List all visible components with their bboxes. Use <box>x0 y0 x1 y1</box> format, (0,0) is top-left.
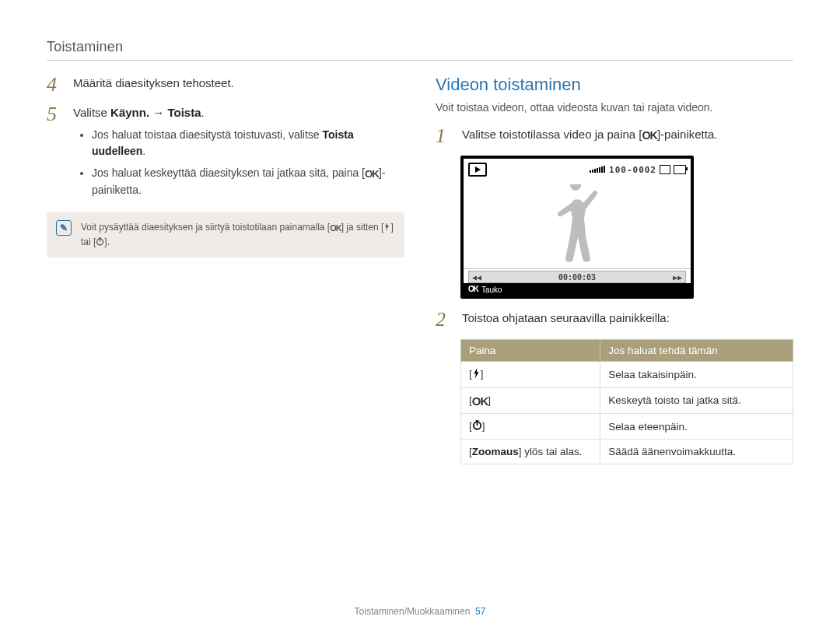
text: Valitse toistotilassa video ja paina [ <box>462 128 642 141</box>
ok-icon: OK <box>642 130 657 141</box>
ok-icon: OK <box>330 224 341 233</box>
preview-top-bar: 100-0002 <box>464 159 691 177</box>
page-footer: Toistaminen/Muokkaaminen 57 <box>0 606 840 617</box>
video-preview: 100-0002 ◀◀ 00:00:03 ▶▶ O <box>460 156 694 299</box>
step-number: 2 <box>436 310 453 330</box>
bold-text: Zoomaus <box>472 446 519 457</box>
cell-button: [OK] <box>461 388 600 414</box>
column-header: Jos haluat tehdä tämän <box>600 340 793 362</box>
preview-bottom-bar: OK Tauko <box>464 283 691 296</box>
cell-button: [] <box>461 362 600 388</box>
battery-icon <box>674 165 686 174</box>
page-number: 57 <box>475 606 485 617</box>
page-header: Toistaminen <box>47 39 793 61</box>
step-number: 4 <box>47 75 64 95</box>
text: . <box>201 106 205 119</box>
preview-status: 100-0002 <box>590 165 686 175</box>
section-title: Videon toistaminen <box>436 75 793 95</box>
step-4: 4 Määritä diaesityksen tehosteet. <box>47 75 404 95</box>
list-item: Jos haluat keskeyttää diaesityksen tai j… <box>92 165 404 198</box>
step-2: 2 Toistoa ohjataan seuraavilla painikkei… <box>436 310 793 330</box>
bold-text: Käynn. <box>110 106 149 119</box>
section-intro: Voit toistaa videon, ottaa videosta kuva… <box>436 101 793 114</box>
text: Jos haluat toistaa diaesitystä toistuvas… <box>92 128 322 141</box>
note-text: Voit pysäyttää diaesityksen ja siirtyä t… <box>81 220 395 250</box>
right-column: Videon toistaminen Voit toistaa videon, … <box>436 75 793 464</box>
cell-button: [Zoomaus] ylös tai alas. <box>461 440 600 464</box>
note-box: ✎ Voit pysäyttää diaesityksen ja siirtyä… <box>47 212 404 257</box>
step-text: Valitse toistotilassa video ja paina [OK… <box>462 126 793 144</box>
text: ]. <box>104 236 110 247</box>
column-header: Paina <box>461 340 600 362</box>
timecode: 00:00:03 <box>558 273 596 282</box>
cell-desc: Selaa takaisinpäin. <box>600 362 793 388</box>
ok-icon: OK <box>468 285 478 293</box>
cell-desc: Keskeytä toisto tai jatka sitä. <box>600 388 793 414</box>
step-1: 1 Valitse toistotilassa video ja paina [… <box>436 126 793 146</box>
text: ]-painiketta. <box>657 128 718 141</box>
rewind-icon: ◀◀ <box>472 273 481 282</box>
cell-desc: Säädä äänenvoimakkuutta. <box>600 440 793 464</box>
table-row: [] Selaa eteenpäin. <box>461 413 793 439</box>
play-indicator-icon <box>468 163 487 177</box>
silhouette-icon <box>546 184 608 272</box>
signal-bars-icon <box>590 165 606 175</box>
footer-text: Toistaminen/Muokkaaminen <box>355 606 471 617</box>
text: ] ja sitten [ <box>341 222 384 233</box>
step-number: 5 <box>47 104 64 124</box>
table-row: [Zoomaus] ylös tai alas. Säädä äänenvoim… <box>461 440 793 464</box>
table-row: [] Selaa takaisinpäin. <box>461 362 793 388</box>
text: Voit pysäyttää diaesityksen ja siirtyä t… <box>81 222 330 233</box>
ok-icon: OK <box>472 395 488 407</box>
cell-button: [] <box>461 413 600 439</box>
progress-bar: ◀◀ 00:00:03 ▶▶ <box>468 271 686 283</box>
forward-icon: ▶▶ <box>673 273 682 282</box>
left-column: 4 Määritä diaesityksen tehosteet. 5 Vali… <box>47 75 404 464</box>
table-header-row: Paina Jos haluat tehdä tämän <box>461 340 793 362</box>
text: Jos haluat keskeyttää diaesityksen tai j… <box>92 166 365 179</box>
content-columns: 4 Määritä diaesityksen tehosteet. 5 Vali… <box>47 75 793 464</box>
note-icon: ✎ <box>56 220 72 236</box>
timer-icon <box>96 236 104 250</box>
pause-label: Tauko <box>481 285 502 294</box>
step-text: Määritä diaesityksen tehosteet. <box>73 75 404 93</box>
bullet-list: Jos haluat toistaa diaesitystä toistuvas… <box>73 127 404 199</box>
timer-icon <box>472 420 482 433</box>
step-text: Toistoa ohjataan seuraavilla painikkeill… <box>462 310 793 328</box>
bold-text: Toista <box>167 106 201 119</box>
controls-table: Paina Jos haluat tehdä tämän [] Selaa ta… <box>460 339 793 464</box>
ground-line <box>464 268 691 269</box>
file-counter: 100-0002 <box>609 165 656 175</box>
table-row: [OK] Keskeytä toisto tai jatka sitä. <box>461 388 793 414</box>
step-5: 5 Valitse Käynn. → Toista. Jos haluat to… <box>47 104 404 203</box>
text: . <box>142 145 145 157</box>
step-text: Valitse Käynn. → Toista. Jos haluat tois… <box>73 104 404 203</box>
text: → <box>149 106 167 119</box>
svg-point-1 <box>474 422 481 429</box>
flash-icon <box>472 368 481 381</box>
page: Toistaminen 4 Määritä diaesityksen tehos… <box>0 0 840 634</box>
ok-icon: OK <box>365 169 379 179</box>
list-item: Jos haluat toistaa diaesitystä toistuvas… <box>92 127 404 160</box>
step-number: 1 <box>436 126 453 146</box>
text: Valitse <box>73 106 110 119</box>
cell-desc: Selaa eteenpäin. <box>600 413 793 439</box>
card-icon <box>660 165 670 174</box>
text: ] ylös tai alas. <box>519 446 583 457</box>
